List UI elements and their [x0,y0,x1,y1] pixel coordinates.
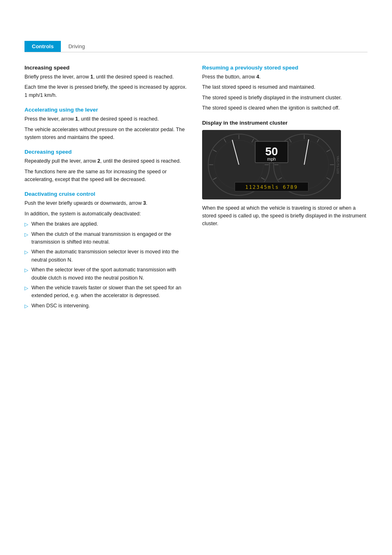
accelerating-p2: The vehicle accelerates without pressure… [24,126,190,142]
bullet-arrow-icon: ▷ [24,248,28,256]
list-item: ▷ When the clutch of the manual transmis… [24,231,190,246]
bullet-arrow-icon: ▷ [24,231,28,239]
cluster-inner: 50 mph 112345mls 6789 YAC-T1-123 [202,130,341,199]
cluster-description-p1: When the speed at which the vehicle is t… [202,204,368,228]
section-display-cluster: Display in the instrument cluster [202,120,368,228]
header-bar: Controls Driving [24,41,368,52]
svg-text:50: 50 [265,145,278,158]
section-title-resuming: Resuming a previously stored speed [202,65,368,71]
list-item: ▷ When the selector lever of the sport a… [24,266,190,282]
resuming-p2: The last stored speed is resumed and mai… [202,83,368,91]
tab-driving[interactable]: Driving [61,41,92,52]
bullet-text: When the vehicle travels faster or slowe… [31,284,190,300]
bullet-text: When DSC is intervening. [31,302,90,310]
right-column: Resuming a previously stored speed Press… [202,65,368,312]
deactivating-p1: Push the lever briefly upwards or downwa… [24,199,190,207]
bullet-arrow-icon: ▷ [24,302,28,310]
bullet-text: When the automatic transmission selector… [31,248,190,264]
bullet-text: When the clutch of the manual transmissi… [31,231,190,246]
section-title-accelerating: Accelerating using the lever [24,107,190,113]
deactivating-bullet-list: ▷ When the brakes are applied. ▷ When th… [24,220,190,310]
increasing-speed-p2: Each time the lever is pressed briefly, … [24,83,190,99]
section-title-cluster: Display in the instrument cluster [202,120,368,126]
accelerating-p1: Press the lever, arrow 1, until the desi… [24,115,190,123]
resuming-p1: Press the button, arrow 4. [202,73,368,81]
svg-text:112345mls  6789: 112345mls 6789 [245,184,298,190]
section-title-decreasing-speed: Decreasing speed [24,149,190,155]
list-item: ▷ When the brakes are applied. [24,220,190,228]
bullet-text: When the selector lever of the sport aut… [31,266,190,282]
tab-controls[interactable]: Controls [24,41,61,52]
svg-text:YAC-T1-123: YAC-T1-123 [336,156,340,174]
section-deactivating: Deactivating cruise control Push the lev… [24,191,190,310]
increasing-speed-p1: Briefly press the lever, arrow 1, until … [24,73,190,81]
bullet-text: When the brakes are applied. [31,220,98,228]
content-area: Increasing speed Briefly press the lever… [24,65,368,312]
left-column: Increasing speed Briefly press the lever… [24,65,190,312]
section-increasing-speed: Increasing speed Briefly press the lever… [24,65,190,99]
list-item: ▷ When DSC is intervening. [24,302,190,310]
svg-text:mph: mph [267,157,276,161]
bullet-arrow-icon: ▷ [24,266,28,274]
decreasing-speed-p2: The functions here are the same as for i… [24,168,190,184]
gauge-background-svg: 50 mph 112345mls 6789 YAC-T1-123 [202,130,341,199]
deactivating-p2: In addition, the system is automatically… [24,210,190,218]
list-item: ▷ When the automatic transmission select… [24,248,190,264]
resuming-p3: The stored speed is briefly displayed in… [202,94,368,102]
section-accelerating: Accelerating using the lever Press the l… [24,107,190,141]
section-title-deactivating: Deactivating cruise control [24,191,190,197]
section-decreasing-speed: Decreasing speed Repeatedly pull the lev… [24,149,190,184]
resuming-p4: The stored speed is cleared when the ign… [202,104,368,112]
bullet-arrow-icon: ▷ [24,284,28,292]
decreasing-speed-p1: Repeatedly pull the lever, arrow 2, unti… [24,157,190,165]
page-container: Controls Driving Increasing speed Briefl… [0,41,392,555]
bullet-arrow-icon: ▷ [24,221,28,228]
list-item: ▷ When the vehicle travels faster or slo… [24,284,190,300]
instrument-cluster-image: 50 mph 112345mls 6789 YAC-T1-123 [202,130,341,199]
section-resuming: Resuming a previously stored speed Press… [202,65,368,112]
section-title-increasing-speed: Increasing speed [24,65,190,71]
